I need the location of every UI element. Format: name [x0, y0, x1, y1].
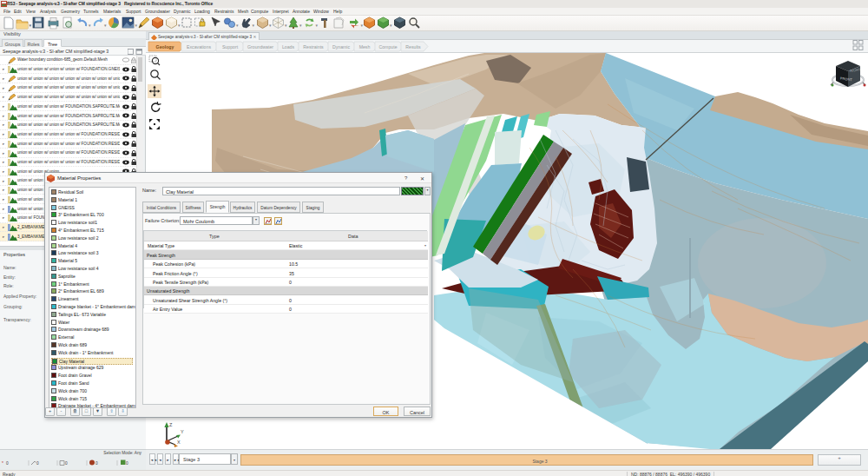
svg-text:*: *: [2, 460, 3, 466]
svg-text:▾: ▾: [253, 23, 255, 28]
svg-text:▾: ▾: [236, 23, 239, 28]
svg-text:▾: ▾: [30, 23, 32, 28]
svg-text:▾: ▾: [269, 23, 272, 28]
svg-text:▾: ▾: [285, 23, 287, 28]
svg-text:0: 0: [65, 461, 68, 466]
svg-text:0: 0: [36, 461, 39, 466]
svg-text:▾: ▾: [178, 23, 181, 28]
svg-text:Geology: Geology: [156, 44, 174, 50]
svg-text:0: 0: [126, 461, 128, 466]
svg-text:0: 0: [95, 461, 98, 466]
svg-text:X: X: [177, 440, 181, 445]
svg-text:Loads: Loads: [282, 44, 295, 50]
svg-text:Mesh: Mesh: [359, 44, 371, 50]
svg-text:Support: Support: [222, 44, 239, 50]
svg-text:▾: ▾: [135, 23, 138, 28]
svg-text:Compute: Compute: [378, 44, 397, 50]
svg-text:Results: Results: [405, 44, 421, 50]
svg-text:Dynamic: Dynamic: [332, 44, 351, 50]
svg-text:Y: Y: [181, 429, 184, 434]
svg-text:▾: ▾: [361, 23, 364, 28]
svg-text:Excavations: Excavations: [187, 44, 211, 50]
svg-text:▾: ▾: [89, 23, 91, 28]
svg-text:0: 0: [6, 461, 9, 466]
svg-text:▾: ▾: [390, 23, 392, 28]
svg-text:Restraints: Restraints: [303, 44, 324, 50]
svg-text:▾: ▾: [316, 23, 319, 28]
svg-text:Groundwater: Groundwater: [247, 44, 273, 50]
svg-text:▾: ▾: [104, 23, 107, 28]
svg-text:▾: ▾: [299, 23, 302, 28]
